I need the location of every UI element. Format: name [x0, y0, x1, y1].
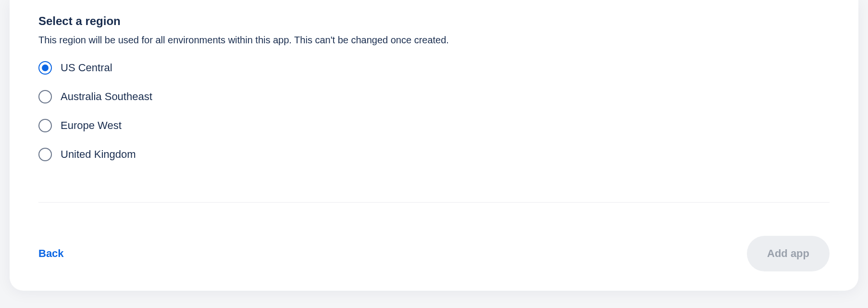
radio-icon	[38, 148, 52, 161]
radio-label: Europe West	[61, 119, 122, 132]
section-description: This region will be used for all environ…	[38, 35, 830, 46]
radio-label: US Central	[61, 62, 112, 74]
radio-icon	[38, 61, 52, 75]
form-card: Select a region This region will be used…	[10, 0, 858, 291]
region-option-australia-southeast[interactable]: Australia Southeast	[38, 90, 830, 103]
form-footer: Back Add app	[38, 236, 830, 271]
region-option-europe-west[interactable]: Europe West	[38, 119, 830, 132]
add-app-button[interactable]: Add app	[747, 236, 830, 271]
section-title: Select a region	[38, 14, 830, 28]
region-option-united-kingdom[interactable]: United Kingdom	[38, 148, 830, 161]
radio-label: Australia Southeast	[61, 90, 152, 103]
radio-label: United Kingdom	[61, 148, 136, 161]
radio-icon	[38, 90, 52, 103]
region-option-us-central[interactable]: US Central	[38, 61, 830, 75]
region-radio-group: US Central Australia Southeast Europe We…	[38, 61, 830, 161]
radio-icon	[38, 119, 52, 132]
divider	[38, 202, 830, 203]
back-button[interactable]: Back	[38, 247, 64, 260]
